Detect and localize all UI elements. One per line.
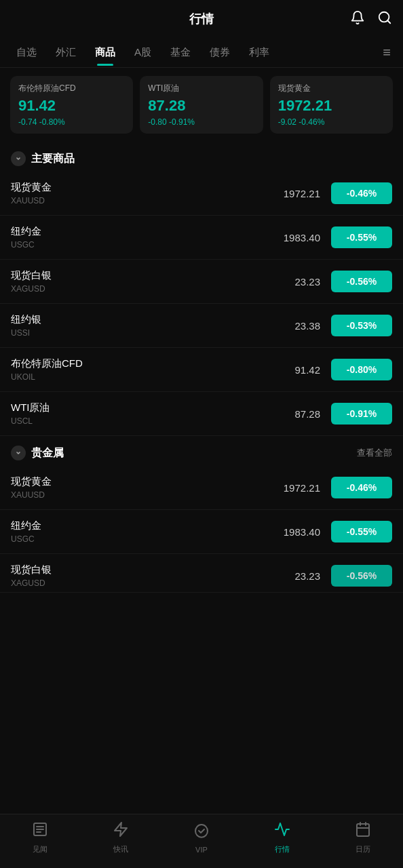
svg-line-1 bbox=[387, 20, 390, 23]
vip-label: VIP bbox=[195, 846, 208, 854]
ticker-card-brent-name: 布伦特原油CFD bbox=[18, 83, 125, 94]
market-row-uscl-price: 87.28 bbox=[266, 408, 320, 420]
bottom-nav-vip[interactable]: VIP bbox=[181, 823, 222, 854]
market-row-usgc-price: 1983.40 bbox=[266, 232, 320, 243]
search-icon[interactable] bbox=[377, 10, 392, 28]
tab-lilv[interactable]: 利率 bbox=[239, 39, 279, 66]
market-row-uscl-change: -0.91% bbox=[331, 403, 392, 425]
section-precious-toggle[interactable] bbox=[11, 446, 26, 460]
bottom-nav-rili[interactable]: 日历 bbox=[343, 821, 383, 854]
precious-row-xauusd-info: 现货黄金 XAUUSD bbox=[11, 475, 266, 500]
rili-icon bbox=[355, 821, 371, 842]
precious-row-xagusd-symbol: XAGUSD bbox=[11, 578, 266, 588]
tab-agu[interactable]: A股 bbox=[125, 39, 161, 66]
tab-zhaiquan[interactable]: 债券 bbox=[200, 39, 239, 66]
market-row-ussi-info: 纽约银 USSI bbox=[11, 313, 266, 338]
market-row-usgc-info: 纽约金 USGC bbox=[11, 225, 266, 250]
precious-market-list: 现货黄金 XAUUSD 1972.21 -0.46% 纽约金 USGC 1983… bbox=[0, 466, 403, 593]
precious-row-xagusd-info: 现货白银 XAGUSD bbox=[11, 564, 266, 588]
market-row-xauusd-symbol: XAUUSD bbox=[11, 196, 266, 205]
market-row-xauusd-price: 1972.21 bbox=[266, 188, 320, 199]
precious-row-usgc-change: -0.55% bbox=[331, 521, 392, 542]
kuaixun-icon bbox=[113, 821, 129, 842]
precious-row-xagusd-name: 现货白银 bbox=[11, 564, 266, 576]
market-row-ukoil-price: 91.42 bbox=[266, 364, 320, 376]
precious-row-usgc-info: 纽约金 USGC bbox=[11, 519, 266, 544]
precious-row-usgc-symbol: USGC bbox=[11, 534, 266, 544]
ticker-card-brent[interactable]: 布伦特原油CFD 91.42 -0.74 -0.80% bbox=[10, 76, 133, 134]
ticker-card-gold[interactable]: 现货黄金 1972.21 -9.02 -0.46% bbox=[270, 76, 393, 134]
ticker-cards: 布伦特原油CFD 91.42 -0.74 -0.80% WTI原油 87.28 … bbox=[0, 68, 403, 142]
market-row-xagusd-price: 23.23 bbox=[266, 276, 320, 288]
section-precious-header: 贵金属 查看全部 bbox=[0, 436, 403, 466]
hangqing-label: 行情 bbox=[275, 844, 290, 854]
tab-shangpin[interactable]: 商品 bbox=[85, 39, 125, 66]
main-market-list: 现货黄金 XAUUSD 1972.21 -0.46% 纽约金 USGC 1983… bbox=[0, 172, 403, 436]
ticker-card-brent-change: -0.74 -0.80% bbox=[18, 117, 125, 127]
market-row-ussi[interactable]: 纽约银 USSI 23.38 -0.53% bbox=[0, 304, 403, 348]
market-row-ukoil-change: -0.80% bbox=[331, 359, 392, 380]
section-main-header: 主要商品 bbox=[0, 142, 403, 172]
tab-jijin[interactable]: 基金 bbox=[161, 39, 200, 66]
market-row-ukoil-name: 布伦特原油CFD bbox=[11, 357, 266, 370]
jianwen-label: 见闻 bbox=[33, 844, 47, 854]
precious-row-xauusd-price: 1972.21 bbox=[266, 482, 320, 494]
svg-marker-8 bbox=[115, 823, 127, 836]
market-row-xagusd-info: 现货白银 XAGUSD bbox=[11, 269, 266, 294]
bottom-nav-kuaixun[interactable]: 快讯 bbox=[100, 821, 141, 854]
section-main-title: 主要商品 bbox=[31, 152, 75, 166]
header: 行情 bbox=[0, 0, 403, 38]
tab-zixuan[interactable]: 自选 bbox=[7, 39, 46, 66]
market-row-uscl-symbol: USCL bbox=[11, 416, 266, 426]
market-row-ukoil-info: 布伦特原油CFD UKOIL bbox=[11, 357, 266, 382]
market-row-ussi-symbol: USSI bbox=[11, 328, 266, 338]
precious-row-xagusd-partial[interactable]: 现货白银 XAGUSD 23.23 -0.56% bbox=[0, 554, 403, 593]
svg-rect-9 bbox=[357, 824, 369, 836]
market-row-uscl-info: WTI原油 USCL bbox=[11, 401, 266, 426]
market-row-usgc[interactable]: 纽约金 USGC 1983.40 -0.55% bbox=[0, 216, 403, 260]
section-precious-view-all[interactable]: 查看全部 bbox=[357, 447, 392, 459]
section-main-header-left: 主要商品 bbox=[11, 151, 75, 166]
market-row-ussi-price: 23.38 bbox=[266, 320, 320, 332]
bottom-nav-hangqing[interactable]: 行情 bbox=[262, 821, 303, 854]
section-main-toggle[interactable] bbox=[11, 151, 26, 166]
precious-row-xauusd-symbol: XAUUSD bbox=[11, 490, 266, 500]
header-title: 行情 bbox=[189, 11, 214, 27]
precious-row-xauusd-change: -0.46% bbox=[331, 477, 392, 498]
bottom-nav: 见闻 快讯 VIP 行情 bbox=[0, 814, 403, 868]
bell-icon[interactable] bbox=[350, 10, 365, 28]
ticker-card-brent-price: 91.42 bbox=[18, 97, 125, 115]
market-row-usgc-name: 纽约金 bbox=[11, 225, 266, 238]
market-row-xauusd[interactable]: 现货黄金 XAUUSD 1972.21 -0.46% bbox=[0, 172, 403, 216]
market-row-ukoil[interactable]: 布伦特原油CFD UKOIL 91.42 -0.80% bbox=[0, 348, 403, 392]
more-menu-icon[interactable]: ≡ bbox=[377, 38, 396, 67]
market-row-xagusd-name: 现货白银 bbox=[11, 269, 266, 282]
ticker-card-wti[interactable]: WTI原油 87.28 -0.80 -0.91% bbox=[140, 76, 263, 134]
market-row-usgc-change: -0.55% bbox=[331, 226, 392, 248]
precious-row-usgc-name: 纽约金 bbox=[11, 519, 266, 532]
header-icons bbox=[350, 10, 392, 28]
section-precious-title: 贵金属 bbox=[31, 446, 64, 460]
precious-row-xagusd-price: 23.23 bbox=[266, 570, 320, 582]
bottom-nav-jianwen[interactable]: 见闻 bbox=[20, 821, 60, 854]
tab-waihui[interactable]: 外汇 bbox=[46, 39, 85, 66]
ticker-card-wti-price: 87.28 bbox=[148, 97, 254, 115]
ticker-card-wti-change: -0.80 -0.91% bbox=[148, 117, 254, 127]
market-row-usgc-symbol: USGC bbox=[11, 240, 266, 250]
market-row-ussi-change: -0.53% bbox=[331, 315, 392, 336]
market-row-ukoil-symbol: UKOIL bbox=[11, 372, 266, 382]
precious-row-xauusd-name: 现货黄金 bbox=[11, 475, 266, 488]
market-row-xagusd-change: -0.56% bbox=[331, 271, 392, 292]
nav-tabs: 自选 外汇 商品 A股 基金 债券 利率 ≡ bbox=[0, 38, 403, 68]
market-row-uscl[interactable]: WTI原油 USCL 87.28 -0.91% bbox=[0, 392, 403, 436]
precious-row-usgc[interactable]: 纽约金 USGC 1983.40 -0.55% bbox=[0, 510, 403, 554]
ticker-card-gold-change: -9.02 -0.46% bbox=[278, 117, 385, 127]
hangqing-icon bbox=[274, 821, 290, 842]
precious-row-xauusd[interactable]: 现货黄金 XAUUSD 1972.21 -0.46% bbox=[0, 466, 403, 510]
precious-row-xagusd-change: -0.56% bbox=[331, 565, 392, 587]
market-row-xagusd-symbol: XAGUSD bbox=[11, 284, 266, 294]
ticker-card-gold-name: 现货黄金 bbox=[278, 83, 385, 94]
section-precious-header-left: 贵金属 bbox=[11, 446, 64, 460]
market-row-uscl-name: WTI原油 bbox=[11, 401, 266, 414]
market-row-xagusd[interactable]: 现货白银 XAGUSD 23.23 -0.56% bbox=[0, 260, 403, 304]
